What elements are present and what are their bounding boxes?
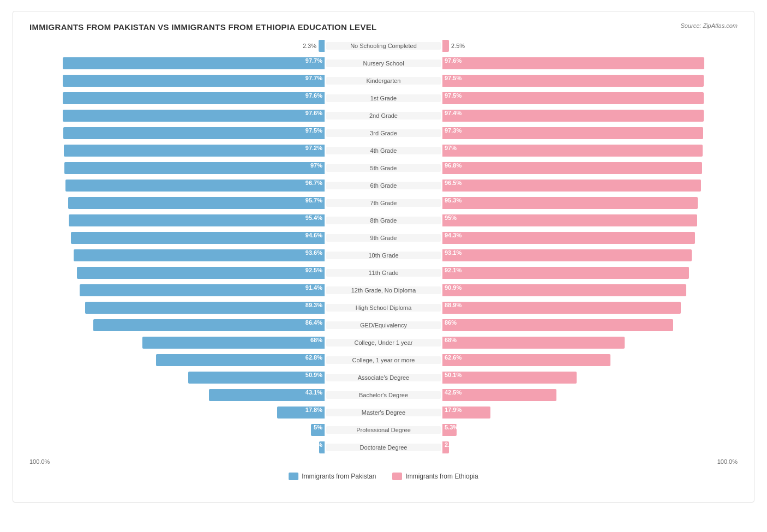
val-right: 97% — [442, 145, 457, 151]
bar-row: 86.4%GED/Equivalency86% — [29, 316, 738, 334]
axis-left: 100.0% — [29, 458, 384, 465]
bar-row: 2.1%Doctorate Degree2.4% — [29, 439, 738, 456]
legend-pakistan-box — [289, 473, 298, 480]
val-right: 92.1% — [442, 267, 462, 273]
chart-title: IMMIGRANTS FROM PAKISTAN VS IMMIGRANTS F… — [29, 22, 738, 32]
legend-ethiopia: Immigrants from Ethiopia — [392, 473, 478, 480]
bar-label: 1st Grade — [326, 94, 441, 102]
bar-label: 7th Grade — [326, 199, 441, 207]
bar-row: 95.4%8th Grade95% — [29, 212, 738, 229]
val-right: 17.9% — [442, 407, 462, 413]
bar-row: 97.6%1st Grade97.5% — [29, 89, 738, 107]
val-right: 2.4% — [442, 441, 458, 448]
bar-label: High School Diploma — [326, 304, 441, 312]
bar-row: 5%Professional Degree5.3% — [29, 421, 738, 439]
bar-row: 96.7%6th Grade96.5% — [29, 177, 738, 194]
val-left: 97.6% — [305, 92, 325, 99]
legend-pakistan-label: Immigrants from Pakistan — [302, 473, 376, 480]
val-left: 97.6% — [305, 110, 325, 116]
bar-row: 97.7%Kindergarten97.5% — [29, 72, 738, 89]
bar-row: 92.5%11th Grade92.1% — [29, 264, 738, 282]
val-left: 86.4% — [305, 319, 325, 326]
bar-row: 95.7%7th Grade95.3% — [29, 194, 738, 212]
val-left: 97.7% — [305, 75, 325, 81]
val-right: 97.5% — [442, 75, 462, 81]
legend-ethiopia-label: Immigrants from Ethiopia — [405, 473, 478, 480]
val-right: 88.9% — [442, 302, 462, 308]
val-right: 2.5% — [451, 43, 465, 49]
val-left: 91.4% — [305, 284, 325, 291]
bars-area: 2.3%No Schooling Completed2.5%97.7%Nurse… — [29, 37, 738, 456]
val-left: 95.4% — [305, 214, 325, 221]
val-left: 17.8% — [305, 407, 325, 413]
val-left: 97% — [310, 162, 325, 169]
val-left: 96.7% — [305, 180, 325, 186]
bar-row: 2.3%No Schooling Completed2.5% — [29, 37, 738, 55]
bar-row: 62.8%College, 1 year or more62.6% — [29, 351, 738, 369]
chart-container: IMMIGRANTS FROM PAKISTAN VS IMMIGRANTS F… — [13, 11, 754, 503]
legend-pakistan: Immigrants from Pakistan — [289, 473, 376, 480]
bar-label: College, Under 1 year — [326, 339, 441, 346]
val-left: 97.2% — [305, 145, 325, 151]
bar-label: 10th Grade — [326, 252, 441, 259]
source-label: Source: ZipAtlas.com — [680, 22, 738, 29]
val-right: 96.5% — [442, 180, 462, 186]
val-left: 5% — [314, 424, 325, 431]
legend: Immigrants from Pakistan Immigrants from… — [29, 473, 738, 480]
val-left: 43.1% — [305, 389, 325, 396]
bar-label: Professional Degree — [326, 426, 441, 434]
val-right: 97.4% — [442, 110, 462, 116]
legend-ethiopia-box — [392, 473, 402, 480]
bar-row: 91.4%12th Grade, No Diploma90.9% — [29, 282, 738, 299]
val-left: 50.9% — [305, 372, 325, 378]
val-right: 86% — [442, 319, 457, 326]
bar-label: 12th Grade, No Diploma — [326, 286, 441, 294]
val-left: 97.5% — [305, 127, 325, 134]
bar-label: Bachelor's Degree — [326, 391, 441, 399]
bar-row: 89.3%High School Diploma88.9% — [29, 299, 738, 316]
bar-label: 6th Grade — [326, 182, 441, 189]
val-right: 5.3% — [442, 424, 458, 431]
bar-label: 9th Grade — [326, 234, 441, 242]
bar-label: 5th Grade — [326, 164, 441, 172]
bar-label: Nursery School — [326, 59, 441, 67]
val-right: 62.6% — [442, 354, 462, 361]
bar-row: 97.6%2nd Grade97.4% — [29, 107, 738, 124]
val-left: 94.6% — [305, 232, 325, 238]
bar-label: Doctorate Degree — [326, 444, 441, 451]
bar-row: 97.2%4th Grade97% — [29, 142, 738, 159]
axis-right: 100.0% — [384, 458, 738, 465]
bar-row: 17.8%Master's Degree17.9% — [29, 404, 738, 421]
val-left: 95.7% — [305, 197, 325, 204]
val-right: 96.8% — [442, 162, 462, 169]
val-left: 89.3% — [305, 302, 325, 308]
val-right: 97.3% — [442, 127, 462, 134]
bar-label: Kindergarten — [326, 77, 441, 85]
bar-label: No Schooling Completed — [326, 42, 441, 50]
bar-label: Master's Degree — [326, 409, 441, 416]
val-left: 2.1% — [309, 441, 325, 448]
bar-label: 2nd Grade — [326, 112, 441, 119]
bar-label: College, 1 year or more — [326, 356, 441, 364]
axis-row: 100.0% 100.0% — [29, 458, 738, 465]
val-right: 97.6% — [442, 57, 462, 64]
val-left: 68% — [310, 337, 325, 343]
val-right: 95% — [442, 214, 457, 221]
val-right: 97.5% — [442, 92, 462, 99]
val-right: 68% — [442, 337, 457, 343]
bar-row: 50.9%Associate's Degree50.1% — [29, 369, 738, 386]
bar-row: 94.6%9th Grade94.3% — [29, 229, 738, 247]
bar-row: 43.1%Bachelor's Degree42.5% — [29, 386, 738, 404]
val-right: 93.1% — [442, 249, 462, 256]
bar-label: 11th Grade — [326, 269, 441, 277]
bar-label: 3rd Grade — [326, 129, 441, 137]
bar-row: 68%College, Under 1 year68% — [29, 334, 738, 351]
bar-label: 8th Grade — [326, 217, 441, 224]
val-left: 2.3% — [303, 43, 316, 49]
bar-row: 97.5%3rd Grade97.3% — [29, 124, 738, 142]
bar-label: 4th Grade — [326, 147, 441, 154]
val-left: 92.5% — [305, 267, 325, 273]
bar-label: GED/Equivalency — [326, 321, 441, 329]
bar-row: 97.7%Nursery School97.6% — [29, 55, 738, 72]
val-right: 95.3% — [442, 197, 462, 204]
